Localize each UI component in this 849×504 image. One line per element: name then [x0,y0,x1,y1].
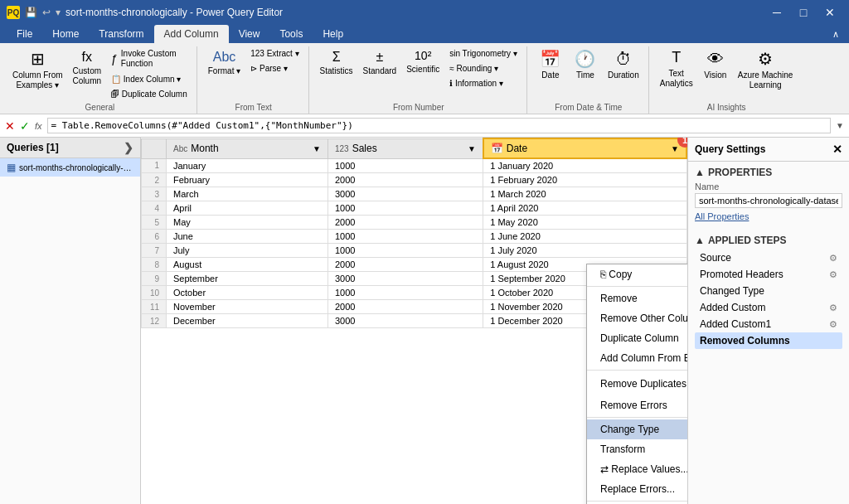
step-removed-columns[interactable]: Removed Columns [695,332,842,349]
sales-filter-icon[interactable]: ▼ [468,144,476,153]
duplicate-column-button[interactable]: 🗐 Duplicate Column [107,87,192,101]
name-input[interactable] [695,193,842,208]
table-row[interactable]: 7 July 1000 1 July 2020 [142,244,687,258]
datetime-buttons: 📅 Date 🕐 Time ⏱ Duration [534,46,643,101]
all-properties-link[interactable]: All Properties [695,211,842,221]
queries-collapse-button[interactable]: ❯ [124,141,133,154]
ctx-change-type[interactable]: Change Type ▶ [587,419,687,439]
ctx-remove-dups[interactable]: Remove Duplicates 2 [587,372,687,395]
tab-help[interactable]: Help [313,25,353,43]
format-button[interactable]: Abc Format ▾ [204,46,245,79]
step-added-custom-gear[interactable]: ⚙ [829,303,837,313]
parse-button[interactable]: ⊳ Parse ▾ [246,61,303,75]
query-settings-close[interactable]: ✕ [832,143,842,156]
custom-column-button[interactable]: fx CustomColumn [69,46,105,89]
step-source[interactable]: Source ⚙ [695,250,842,266]
from-number-label: From Number [393,103,444,112]
duration-icon: ⏱ [615,49,632,69]
ribbon-group-from-text: Abc Format ▾ 123 Extract ▾ ⊳ Parse ▾ Fro… [199,46,309,114]
col-header-date[interactable]: 📅 Date ▼ 1 [483,138,686,158]
table-row[interactable]: 5 May 2000 1 May 2020 [142,216,687,230]
table-row[interactable]: 6 June 1000 1 June 2020 [142,230,687,244]
ribbon-tabs: File Home Transform Add Column View Tool… [0,25,849,43]
ctx-remove-errors[interactable]: Remove Errors [587,395,687,415]
minimize-button[interactable]: ─ [764,3,789,22]
properties-section: ▲ PROPERTIES Name All Properties [688,162,849,230]
table-row[interactable]: 3 March 3000 1 March 2020 [142,187,687,201]
step-changed-type[interactable]: Changed Type [695,283,842,299]
cell-month: February [167,173,328,187]
date-filter-icon[interactable]: ▼ [671,144,679,153]
step-added-custom[interactable]: Added Custom ⚙ [695,299,842,316]
time-button[interactable]: 🕐 Time [569,46,602,83]
table-row[interactable]: 4 April 1000 1 April 2020 [142,201,687,216]
step-promoted-headers-label: Promoted Headers [700,269,784,280]
cell-sales: 2000 [327,300,483,314]
step-added-custom1[interactable]: Added Custom1 ⚙ [695,316,842,332]
month-type-icon: Abc [173,144,187,153]
ctx-copy[interactable]: ⎘ Copy [587,264,687,284]
step-promoted-gear[interactable]: ⚙ [829,269,837,280]
formula-dropdown-arrow[interactable]: ▼ [836,121,844,130]
trigonometry-button[interactable]: sin Trigonometry ▾ [445,46,522,61]
standard-icon: ± [376,49,384,65]
ctx-transform[interactable]: Transform ▶ [587,439,687,459]
ctx-duplicate[interactable]: Duplicate Column [587,328,687,348]
vision-button[interactable]: 👁 Vision [699,46,732,83]
vision-icon: 👁 [707,49,724,69]
col-header-sales[interactable]: 123 Sales ▼ [327,138,483,158]
ctx-replace-errors[interactable]: Replace Errors... [587,479,687,499]
table-row[interactable]: 2 February 2000 1 February 2020 [142,173,687,187]
data-area[interactable]: Abc Month ▼ 123 Sales ▼ [141,138,687,504]
step-source-label: Source [700,252,731,264]
step-added-custom1-gear[interactable]: ⚙ [829,319,837,330]
scientific-button[interactable]: 10² Scientific [402,46,444,77]
ctx-add-examples[interactable]: Add Column From Examples... [587,348,687,368]
custom-col-label: CustomColumn [73,66,101,86]
information-button[interactable]: ℹ Information ▾ [445,76,522,90]
quick-undo[interactable]: ↩ [42,7,51,18]
cell-rownum: 2 [142,173,167,187]
close-button[interactable]: ✕ [817,3,842,22]
invoke-custom-button[interactable]: ƒ Invoke CustomFunction [107,46,192,71]
ribbon-group-from-number: Σ Statistics ± Standard 10² Scientific s… [311,46,527,114]
standard-button[interactable]: ± Standard [359,46,401,79]
formula-cancel[interactable]: ✕ [5,119,15,133]
text-analytics-button[interactable]: T TextAnalytics [656,46,697,91]
tab-tools[interactable]: Tools [269,25,313,43]
quick-save[interactable]: 💾 [25,7,37,18]
tab-file[interactable]: File [7,25,42,43]
tab-transform[interactable]: Transform [89,25,153,43]
tab-home[interactable]: Home [42,25,89,43]
cell-rownum: 4 [142,201,167,216]
column-from-examples-button[interactable]: ⊞ Column FromExamples ▾ [8,46,67,93]
formula-input[interactable] [47,118,832,133]
step-promoted-headers[interactable]: Promoted Headers ⚙ [695,266,842,283]
name-label: Name [695,182,842,191]
ctx-remove-other[interactable]: Remove Other Columns [587,308,687,328]
ctx-replace-values[interactable]: ⇄ Replace Values... [587,459,687,479]
ctx-remove[interactable]: Remove [587,288,687,308]
collapse-ribbon[interactable]: ∧ [832,29,839,40]
ctx-replace-errors-label: Replace Errors... [600,483,675,495]
tab-view[interactable]: View [229,25,270,43]
statistics-button[interactable]: Σ Statistics [316,46,357,79]
maximize-button[interactable]: □ [791,3,816,22]
cell-rownum: 11 [142,300,167,314]
formula-bar: ✕ ✓ fx ▼ [0,114,849,138]
tab-add-column[interactable]: Add Column [154,25,229,43]
step-source-gear[interactable]: ⚙ [829,253,837,264]
scientific-label: Scientific [406,65,439,75]
month-filter-icon[interactable]: ▼ [313,144,321,153]
azure-ml-button[interactable]: ⚙ Azure MachineLearning [734,46,798,93]
quick-customize[interactable]: ▾ [56,7,61,18]
duration-button[interactable]: ⏱ Duration [604,46,643,83]
date-button[interactable]: 📅 Date [534,46,567,83]
col-header-month[interactable]: Abc Month ▼ [167,138,328,158]
table-row[interactable]: 1 January 1000 1 January 2020 [142,158,687,173]
rounding-button[interactable]: ≈ Rounding ▾ [445,61,522,75]
index-column-button[interactable]: 📋 Index Column ▾ [107,72,192,86]
extract-button[interactable]: 123 Extract ▾ [246,46,303,61]
query-item-dataset[interactable]: ▦ sort-months-chronologically-dataset [0,158,140,177]
formula-confirm[interactable]: ✓ [20,119,30,133]
